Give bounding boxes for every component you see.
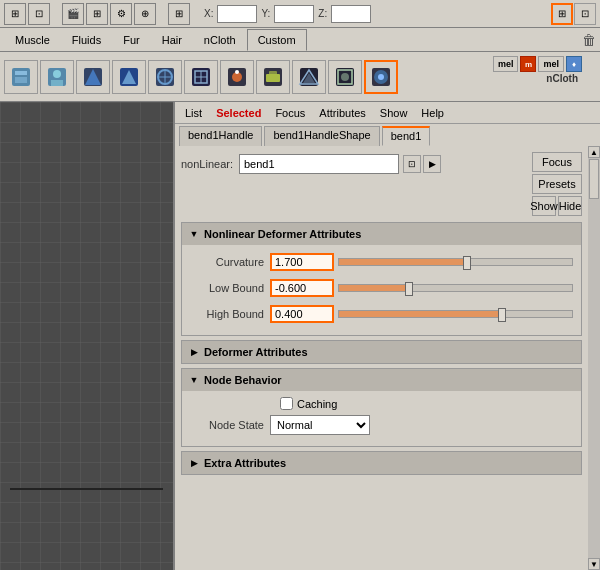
scroll-up-btn[interactable]: ▲ [588,146,600,158]
panel-inner: nonLinear: ⊡ ▶ Focus Presets Show Hide [175,146,588,570]
svg-point-4 [53,70,61,78]
icon-btn-figure7[interactable] [220,60,254,94]
section-nonlinear-arrow: ▼ [188,228,200,240]
obj-tab-bend1[interactable]: bend1 [382,126,431,146]
section-deformer-header[interactable]: ▶ Deformer Attributes [182,341,581,363]
section-node-behavior-header[interactable]: ▼ Node Behavior [182,369,581,391]
svg-point-32 [378,74,384,80]
obj-tab-bend1handleshape[interactable]: bend1HandleShape [264,126,379,146]
scroll-track[interactable] [588,158,600,558]
section-extra-title: Extra Attributes [204,457,286,469]
tab-custom[interactable]: Custom [247,29,307,51]
trash-icon[interactable]: 🗑 [582,32,596,48]
menu-attributes[interactable]: Attributes [313,105,371,121]
svg-point-29 [341,73,349,81]
section-deformer: ▶ Deformer Attributes [181,340,582,364]
caching-checkbox[interactable] [280,397,293,410]
section-node-behavior: ▼ Node Behavior Caching Node State [181,368,582,447]
presets-button[interactable]: Presets [532,174,582,194]
section-extra-header[interactable]: ▶ Extra Attributes [182,452,581,474]
menu-bar: List Selected Focus Attributes Show Help [175,102,600,124]
icon-btn-figure3[interactable] [76,60,110,94]
icon-btn-figure2[interactable] [40,60,74,94]
icon-toolbar: mel m mel ♦ nCloth [0,52,600,102]
mel-script-icon-2[interactable]: ♦ [566,56,582,72]
icon-btn-figure9[interactable] [292,60,326,94]
x-label: X: [202,8,215,19]
icon-btn-figure8[interactable] [256,60,290,94]
lowbound-input[interactable] [270,279,334,297]
curvature-slider[interactable] [338,258,573,266]
tab-fluids[interactable]: Fluids [61,29,112,51]
show-button[interactable]: Show [532,196,556,216]
toolbar-icon-5[interactable]: ⚙ [110,3,132,25]
top-right-icons: ⊞ ⊡ [551,3,596,25]
svg-rect-23 [269,71,277,76]
tab-hair[interactable]: Hair [151,29,193,51]
top-toolbar: ⊞ ⊡ 🎬 ⊞ ⚙ ⊕ ⊞ X: Y: Z: ⊞ ⊡ [0,0,600,28]
icon-btn-active[interactable] [364,60,398,94]
layout-icon-1[interactable]: ⊞ [551,3,573,25]
toolbar-icon-7[interactable]: ⊞ [168,3,190,25]
nonlinear-label: nonLinear: [181,158,233,170]
toolbar-icon-4[interactable]: ⊞ [86,3,108,25]
menu-selected[interactable]: Selected [210,105,267,121]
z-label: Z: [316,8,329,19]
toolbar-icon-2[interactable]: ⊡ [28,3,50,25]
x-input[interactable] [217,5,257,23]
viewport-grid [0,102,173,570]
caching-label: Caching [297,398,337,410]
hide-button[interactable]: Hide [558,196,582,216]
nonlinear-map-btn[interactable]: ⊡ [403,155,421,173]
curvature-label: Curvature [190,256,270,268]
obj-tab-bend1handle[interactable]: bend1Handle [179,126,262,146]
obj-tabs: bend1Handle bend1HandleShape bend1 [175,124,600,146]
lowbound-slider[interactable] [338,284,573,292]
x-input-group: X: [202,5,257,23]
section-node-behavior-title: Node Behavior [204,374,282,386]
scroll-thumb[interactable] [589,159,599,199]
highbound-input[interactable] [270,305,334,323]
viewport-line [10,488,163,490]
section-nonlinear-header[interactable]: ▼ Nonlinear Deformer Attributes [182,223,581,245]
toolbar-icon-6[interactable]: ⊕ [134,3,156,25]
menu-list[interactable]: List [179,105,208,121]
section-node-behavior-body: Caching Node State Normal HasNoEffect Bl… [182,391,581,446]
curvature-input[interactable] [270,253,334,271]
mel-button-2[interactable]: mel [538,56,564,72]
highbound-slider[interactable] [338,310,573,318]
tab-muscle[interactable]: Muscle [4,29,61,51]
section-deformer-title: Deformer Attributes [204,346,308,358]
menu-focus[interactable]: Focus [269,105,311,121]
attr-curvature-row: Curvature [190,251,573,273]
mel-button-1[interactable]: mel [493,56,519,72]
nonlinear-arrow-btn[interactable]: ▶ [423,155,441,173]
z-input[interactable] [331,5,371,23]
viewport[interactable] [0,102,175,570]
focus-button[interactable]: Focus [532,152,582,172]
menu-help[interactable]: Help [415,105,450,121]
tab-ncloth[interactable]: nCloth [193,29,247,51]
section-extra-arrow: ▶ [188,457,200,469]
obj-tabs-and-panel: bend1Handle bend1HandleShape bend1 nonLi… [175,124,600,570]
mel-script-icon[interactable]: m [520,56,536,72]
nonlinear-input[interactable] [239,154,399,174]
icon-btn-figure4[interactable] [112,60,146,94]
menu-show[interactable]: Show [374,105,414,121]
icon-btn-figure6[interactable] [184,60,218,94]
icon-btn-figure10[interactable] [328,60,362,94]
icon-btn-figure1[interactable] [4,60,38,94]
main-content: List Selected Focus Attributes Show Help… [0,102,600,570]
y-input[interactable] [274,5,314,23]
section-nonlinear-deformer: ▼ Nonlinear Deformer Attributes Curvatur… [181,222,582,336]
node-state-select[interactable]: Normal HasNoEffect Blocking [270,415,370,435]
scroll-down-btn[interactable]: ▼ [588,558,600,570]
tab-fur[interactable]: Fur [112,29,151,51]
module-tab-row: Muscle Fluids Fur Hair nCloth Custom 🗑 [0,28,600,52]
icon-btn-figure5[interactable] [148,60,182,94]
toolbar-icon-1[interactable]: ⊞ [4,3,26,25]
layout-icon-2[interactable]: ⊡ [574,3,596,25]
toolbar-icon-3[interactable]: 🎬 [62,3,84,25]
attr-highbound-row: High Bound [190,303,573,325]
y-label: Y: [259,8,272,19]
